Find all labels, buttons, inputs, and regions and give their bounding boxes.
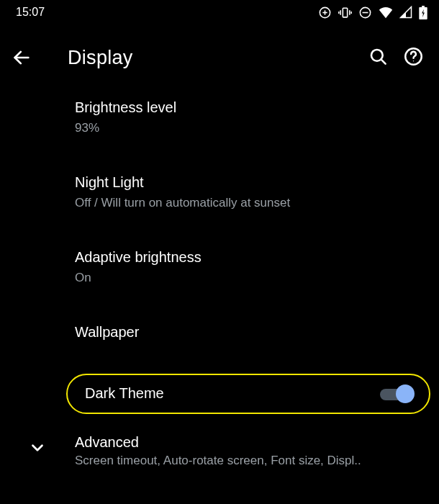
help-icon [404,47,423,66]
page-title: Display [68,47,368,69]
setting-title: Night Light [75,173,419,192]
help-button[interactable] [404,47,423,68]
svg-rect-3 [343,8,347,17]
svg-rect-11 [422,6,425,7]
battery-charging-icon [419,6,427,19]
cellular-signal-icon [399,6,412,19]
setting-adaptive-brightness[interactable]: Adaptive brightness On [0,236,439,298]
search-icon [368,47,388,66]
setting-brightness-level[interactable]: Brightness level 93% [0,86,439,148]
setting-title: Wallpaper [75,323,419,342]
setting-night-light[interactable]: Night Light Off / Will turn on automatic… [0,161,439,223]
back-button[interactable] [12,48,46,68]
arrow-back-icon [12,48,32,68]
wifi-icon [379,6,393,19]
add-alarm-icon [318,6,332,19]
setting-title: Adaptive brightness [75,248,419,267]
status-time: 15:07 [16,6,45,19]
setting-value: Off / Will turn on automatically at suns… [75,195,419,212]
status-icons [318,6,427,19]
setting-dark-theme[interactable]: Dark Theme [66,374,430,414]
app-bar: Display [0,33,439,82]
do-not-disturb-icon [358,6,372,19]
settings-list: Brightness level 93% Night Light Off / W… [0,82,439,468]
setting-advanced[interactable]: Advanced Screen timeout, Auto-rotate scr… [0,414,439,468]
svg-point-16 [413,60,414,61]
setting-title: Advanced [75,434,422,451]
svg-line-14 [381,59,385,63]
setting-title: Brightness level [75,98,419,117]
setting-value: 93% [75,120,419,137]
chevron-down-icon [28,438,47,457]
status-bar: 15:07 [0,0,439,24]
search-button[interactable] [368,47,388,68]
vibrate-icon [338,6,352,19]
setting-wallpaper[interactable]: Wallpaper [0,311,439,354]
setting-title: Dark Theme [85,385,164,402]
dark-theme-toggle[interactable] [380,384,413,404]
switch-thumb [396,384,415,403]
setting-value: On [75,270,419,287]
setting-summary: Screen timeout, Auto-rotate screen, Font… [75,454,422,468]
